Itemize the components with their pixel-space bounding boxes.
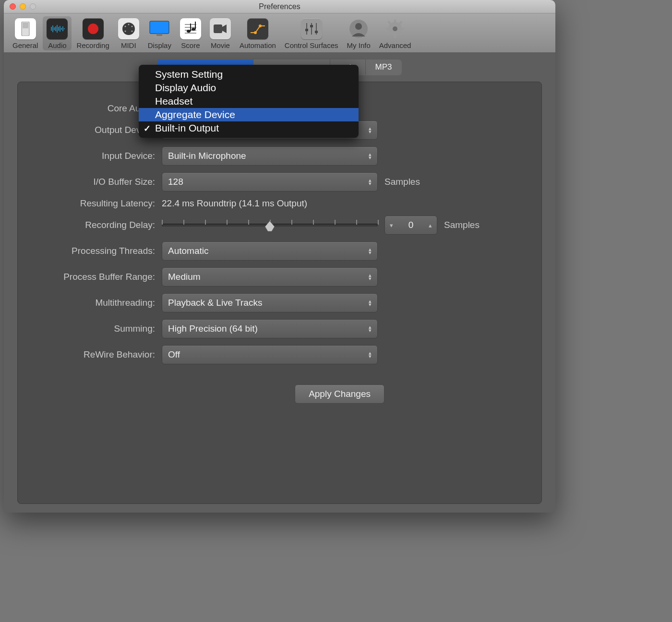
toolbar-item-display[interactable]: Display	[144, 16, 175, 50]
recording-delay-stepper[interactable]: ▾ 0 ▴	[384, 215, 437, 235]
person-icon	[349, 19, 368, 38]
chevron-up-down-icon: ▴▾	[369, 325, 372, 332]
samples-suffix: Samples	[384, 177, 420, 187]
input-device-value: Built-in Microphone	[168, 151, 246, 161]
svg-rect-48	[388, 21, 391, 24]
chevron-up-down-icon: ▴▾	[369, 351, 372, 358]
preferences-window: Preferences General	[4, 0, 555, 513]
svg-rect-37	[310, 25, 313, 27]
row-latency: Resulting Latency: 22.4 ms Roundtrip (14…	[37, 198, 522, 209]
svg-rect-44	[394, 20, 396, 23]
recording-delay-value: 0	[408, 220, 414, 230]
latency-value: 22.4 ms Roundtrip (14.1 ms Output)	[162, 198, 307, 209]
label-multithreading: Multithreading:	[37, 298, 162, 308]
toolbar-item-general[interactable]: General	[9, 16, 42, 50]
waveform-icon	[49, 24, 65, 34]
svg-rect-45	[394, 35, 396, 38]
svg-rect-36	[311, 23, 312, 35]
svg-rect-35	[305, 29, 308, 31]
process-buffer-range-value: Medium	[168, 272, 201, 282]
svg-rect-28	[190, 24, 191, 31]
rewire-select[interactable]: Off ▴▾	[162, 345, 378, 364]
chevron-down-icon[interactable]: ▾	[390, 222, 393, 229]
toolbar-item-recording[interactable]: Recording	[72, 16, 113, 50]
chevron-up-icon[interactable]: ▴	[429, 222, 432, 229]
toolbar-label: Display	[148, 41, 171, 49]
menu-item-system-setting[interactable]: System Setting	[139, 68, 359, 81]
gear-icon	[385, 19, 405, 38]
menu-item-label: Aggregate Device	[155, 109, 235, 120]
row-input-device: Input Device: Built-in Microphone ▴▾	[37, 146, 522, 166]
svg-rect-21	[156, 34, 162, 36]
close-window-button[interactable]	[10, 3, 16, 10]
minimize-window-button[interactable]	[20, 3, 26, 10]
svg-rect-30	[195, 22, 196, 29]
io-buffer-value: 128	[168, 177, 183, 187]
window-title: Preferences	[4, 2, 555, 11]
toolbar-item-midi[interactable]: MIDI	[114, 16, 143, 50]
label-recording-delay: Recording Delay:	[37, 220, 162, 230]
toolbar-label: Movie	[211, 41, 230, 49]
svg-point-27	[187, 30, 191, 33]
menu-item-label: System Setting	[155, 69, 223, 80]
toolbar-item-automation[interactable]: Automation	[236, 16, 280, 50]
toolbar-item-advanced[interactable]: Advanced	[375, 16, 415, 50]
svg-point-33	[259, 24, 262, 27]
io-buffer-select[interactable]: 128 ▴▾	[162, 172, 378, 191]
titlebar: Preferences	[4, 0, 555, 13]
midi-icon	[121, 22, 136, 36]
label-rewire: ReWire Behavior:	[37, 349, 162, 360]
window-controls	[10, 3, 36, 10]
menu-item-aggregate-device[interactable]: Aggregate Device	[139, 108, 359, 121]
input-device-select[interactable]: Built-in Microphone ▴▾	[162, 146, 378, 166]
svg-point-15	[128, 24, 129, 25]
toolbar-label: MIDI	[121, 41, 136, 49]
camera-icon	[214, 24, 227, 34]
processing-threads-select[interactable]: Automatic ▴▾	[162, 241, 378, 261]
multithreading-select[interactable]: Playback & Live Tracks ▴▾	[162, 293, 378, 312]
label-process-buffer-range: Process Buffer Range:	[37, 272, 162, 282]
toolbar-label: Recording	[76, 41, 109, 49]
chevron-up-down-icon: ▴▾	[369, 179, 372, 185]
chevron-up-down-icon: ▴▾	[369, 274, 372, 280]
summing-value: High Precision (64 bit)	[168, 323, 258, 334]
toolbar-label: Control Surfaces	[285, 41, 338, 49]
svg-rect-1	[23, 23, 28, 28]
toolbar-label: Advanced	[379, 41, 411, 49]
svg-rect-47	[401, 28, 404, 30]
toolbar-item-audio[interactable]: Audio	[43, 16, 72, 50]
summing-select[interactable]: High Precision (64 bit) ▴▾	[162, 319, 378, 338]
menu-item-headset[interactable]: Headset	[139, 95, 359, 108]
row-summing: Summing: High Precision (64 bit) ▴▾	[37, 319, 522, 338]
apply-changes-button[interactable]: Apply Changes	[295, 384, 384, 404]
row-rewire: ReWire Behavior: Off ▴▾	[37, 345, 522, 364]
checkmark-icon: ✓	[144, 123, 151, 134]
toolbar-item-movie[interactable]: Movie	[206, 16, 235, 50]
toolbar-label: Score	[181, 41, 200, 49]
label-input-device: Input Device:	[37, 151, 162, 161]
label-latency: Resulting Latency:	[37, 198, 162, 209]
menu-item-display-audio[interactable]: Display Audio	[139, 81, 359, 95]
record-icon	[86, 22, 100, 36]
faders-icon	[304, 22, 319, 36]
svg-point-18	[124, 31, 126, 32]
toolbar-label: Audio	[48, 41, 66, 49]
svg-point-16	[124, 26, 126, 27]
toolbar-item-score[interactable]: Score	[176, 16, 205, 50]
svg-rect-50	[399, 21, 403, 24]
toolbar-item-my-info[interactable]: My Info	[343, 16, 374, 50]
slider-thumb-icon[interactable]	[265, 221, 275, 231]
multithreading-value: Playback & Live Tracks	[168, 298, 262, 308]
menu-item-built-in-output[interactable]: ✓ Built-in Output	[139, 121, 359, 135]
svg-point-29	[192, 28, 195, 31]
label-io-buffer: I/O Buffer Size:	[37, 177, 162, 187]
menu-item-label: Headset	[155, 96, 192, 107]
subtab-mp3[interactable]: MP3	[366, 60, 402, 75]
toolbar-item-control-surfaces[interactable]: Control Surfaces	[281, 16, 342, 50]
svg-rect-39	[315, 31, 318, 33]
switch-icon	[21, 22, 30, 36]
recording-delay-slider[interactable]	[162, 215, 378, 235]
process-buffer-range-select[interactable]: Medium ▴▾	[162, 267, 378, 287]
zoom-window-button[interactable]	[30, 3, 36, 10]
chevron-up-down-icon: ▴▾	[369, 127, 372, 133]
